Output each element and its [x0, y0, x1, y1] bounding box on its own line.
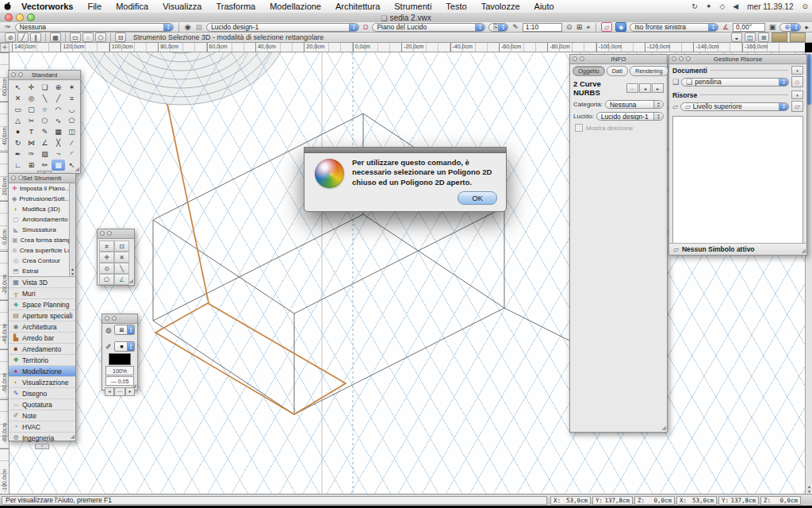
unified-view-toggle[interactable]: ◈	[615, 22, 626, 32]
scrollbar-arrows[interactable]: ▲▼	[806, 484, 812, 494]
imposta-il-piano-tool[interactable]: ✛Imposta il Piano...	[9, 183, 70, 194]
poly-select-mode[interactable]: ⬡	[95, 33, 106, 42]
snap-intersection[interactable]: ✕	[114, 252, 129, 263]
mode-double-line-icon[interactable]: ∥	[30, 33, 41, 42]
scissors-tool[interactable]: ✂	[25, 115, 38, 126]
menu-clock[interactable]: mer 11.39.12	[742, 2, 798, 11]
toolset-visualizzazione[interactable]: ◐Visualizzazione	[9, 377, 75, 388]
toolset-hvac[interactable]: ◔HVAC	[9, 421, 75, 433]
bluetooth-icon[interactable]: ✦	[702, 2, 716, 10]
rounded-rectangle-tool[interactable]: ▢	[25, 104, 38, 115]
quarter-arc-tool[interactable]: ◡	[65, 104, 79, 115]
palette-close-button[interactable]	[11, 72, 16, 77]
toolset-space-planning[interactable]: ◈Space Planning	[9, 299, 75, 310]
snap-distance[interactable]: ⊙	[99, 263, 114, 274]
class-select[interactable]: Nessuna▲▼	[15, 23, 174, 32]
mode-disable-icon[interactable]: ⊘	[5, 33, 16, 42]
palette-resize-button[interactable]: ▾	[35, 444, 49, 449]
freehand-tool[interactable]: ∿	[52, 115, 65, 126]
toolset-vista-3d[interactable]: ▦Vista 3D	[9, 277, 75, 288]
layer-options-select[interactable]: ⎘▲▼	[488, 23, 508, 32]
plane-select[interactable]: Piano del Lucido▲▼	[372, 23, 485, 32]
triangle-tool[interactable]: △	[11, 115, 25, 126]
line-weight-select[interactable]: — 0,05	[105, 376, 134, 386]
sphere-tool[interactable]: ●	[11, 126, 25, 137]
zoom-tool[interactable]: ⊕	[52, 82, 65, 93]
selection-nav-button[interactable]: ◂	[639, 83, 651, 93]
scrollbar-thumb[interactable]	[806, 54, 812, 105]
mode-single-line-icon[interactable]: ╱	[17, 33, 29, 42]
chamfer-tool[interactable]: ∟	[11, 160, 25, 171]
resources-titlebar[interactable]: Gestione Risorse	[669, 55, 806, 64]
ok-button[interactable]: OK	[458, 191, 497, 205]
projection-select[interactable]: ⊕▲▼	[779, 23, 801, 32]
regular-polygon-tool[interactable]: ⬠	[65, 115, 79, 126]
toolset-muri[interactable]: ╥Muri	[9, 288, 75, 299]
arrotondamento-tool[interactable]: ▢Arrotondamento	[9, 214, 70, 225]
menu-item[interactable]: Testo	[439, 2, 473, 11]
toolset-ingegneria[interactable]: ⚙Ingegneria	[9, 433, 75, 444]
home-button[interactable]: ⌂	[791, 76, 803, 87]
menu-item[interactable]: Architettura	[328, 2, 387, 11]
menu-item[interactable]: File	[80, 2, 109, 11]
risorse-menu-button[interactable]: ▾	[791, 90, 803, 99]
tool-sets-titlebar[interactable]: Set Strumenti	[9, 174, 75, 183]
oval-tool[interactable]: ○	[38, 104, 52, 115]
table-mode-button[interactable]: ▦	[50, 33, 61, 42]
polygon-tool[interactable]: ⬡	[38, 115, 52, 126]
info-titlebar[interactable]: INFO	[570, 55, 667, 64]
snap-edge[interactable]: ╲	[114, 263, 129, 274]
plan-rotation-toggle[interactable]: ▱	[601, 22, 612, 32]
pane-grid-icon[interactable]: ⊞	[758, 33, 769, 42]
toolset-quotatura[interactable]: ↔Quotatura	[9, 399, 75, 410]
estrai-tool[interactable]: ⬒Estrai	[9, 266, 70, 276]
line-tool[interactable]: ╲	[38, 93, 52, 104]
snap-grid[interactable]: #	[99, 241, 114, 252]
palette-collapse-button[interactable]	[580, 56, 584, 61]
resource-list[interactable]	[672, 116, 803, 244]
mostra-direzione-checkbox[interactable]	[575, 124, 583, 132]
menu-item[interactable]: Modifica	[109, 2, 155, 11]
menu-item[interactable]: Aiuto	[527, 2, 561, 11]
delete-tool[interactable]: ✕	[11, 93, 25, 104]
selection-nav-button[interactable]: ▸	[652, 83, 664, 93]
pan-tool[interactable]: ✛	[25, 82, 38, 93]
pen-style-select[interactable]: ■▲▼	[114, 341, 135, 352]
pen-tool[interactable]: ✒	[11, 148, 25, 160]
resize-grip[interactable]: ◢	[662, 425, 666, 431]
offset-tool[interactable]: ⁄	[65, 137, 79, 148]
grid-tool[interactable]: ▦	[52, 126, 65, 137]
menu-item[interactable]: Visualizza	[155, 2, 209, 11]
resize-grip[interactable]: ◢	[132, 383, 136, 389]
hatch-tool[interactable]: ▨	[38, 148, 52, 160]
attributes-titlebar[interactable]	[102, 314, 137, 324]
palette-collapse-button[interactable]	[112, 316, 117, 321]
extrude-tool[interactable]: ◫	[65, 126, 79, 137]
angle-field[interactable]: 0,00°	[733, 23, 765, 32]
lucido-select[interactable]: Lucido design-1▲▼	[596, 112, 664, 121]
shape-icon[interactable]: ◇	[715, 2, 729, 10]
palette-close-button[interactable]	[11, 175, 16, 180]
magnet-icon[interactable]: Ω	[362, 23, 370, 31]
menu-item[interactable]: Strumenti	[387, 2, 439, 11]
toolset-arredo-bar[interactable]: ▙Arredo bar	[9, 333, 75, 344]
palette-close-button[interactable]	[672, 56, 676, 61]
snap-working-plane[interactable]: ⬠	[99, 274, 114, 285]
snap-angle[interactable]: ✛	[99, 252, 114, 263]
active-class-swatch[interactable]	[772, 33, 787, 42]
snap-tangent[interactable]: ∠	[114, 274, 129, 285]
fill-style-select[interactable]: ⊠▲▼	[114, 325, 135, 335]
info-tab[interactable]: Rendering	[630, 66, 668, 76]
cross-tool[interactable]: ╳	[52, 137, 65, 148]
toolset-architettura[interactable]: ◉Architettura	[9, 321, 75, 333]
angle-tool[interactable]: ∠	[38, 137, 52, 148]
fillet-tool[interactable]: ◜	[65, 148, 79, 160]
lasso-select-mode[interactable]: ◌	[82, 33, 94, 42]
toolset-scrollbar[interactable]: ▲▼	[69, 183, 75, 276]
toolset-modellazione[interactable]: ●Modellazione	[9, 366, 75, 377]
furniture-mode-button[interactable]: ⊟	[115, 33, 126, 42]
zoom-line-icon[interactable]: ⊙	[565, 23, 573, 32]
menu-item[interactable]: Vectorworks	[14, 2, 80, 11]
mirror-tool[interactable]: ⋈	[25, 137, 38, 148]
toolbar-overflow-icon[interactable]: ▸	[804, 23, 812, 31]
